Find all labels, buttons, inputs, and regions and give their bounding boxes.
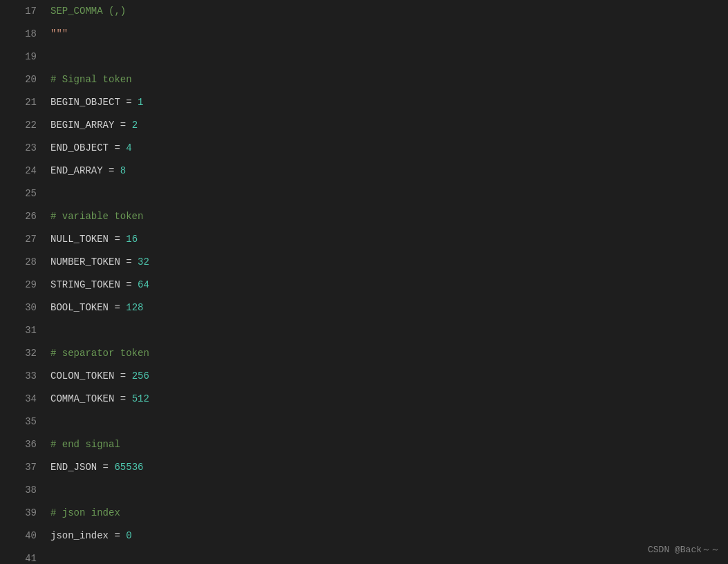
line-number: 30	[8, 297, 37, 319]
code-line: """	[50, 23, 728, 46]
code-token: SEP_COMMA (,)	[50, 6, 126, 17]
code-line: END_JSON = 65536	[50, 456, 728, 479]
code-line: json_index = 0	[50, 525, 728, 547]
code-line: # Signal token	[50, 68, 728, 91]
code-token: 8	[120, 165, 126, 176]
line-number: 20	[8, 68, 37, 91]
bottom-bar: CSDN @Back～～	[640, 536, 728, 564]
code-token: NUMBER_TOKEN	[50, 256, 120, 267]
line-number: 32	[8, 342, 37, 365]
code-token: STRING_TOKEN	[50, 279, 120, 290]
line-number: 28	[8, 251, 37, 274]
line-number: 38	[8, 479, 37, 502]
code-line	[50, 411, 728, 433]
line-number: 34	[8, 388, 37, 411]
code-token: END_ARRAY	[50, 165, 103, 176]
code-token: # variable token	[50, 211, 143, 222]
code-line	[50, 547, 728, 564]
code-editor: 1718192021222324252627282930313233343536…	[0, 0, 728, 564]
code-token: =	[103, 165, 120, 176]
line-number: 31	[8, 319, 37, 342]
code-token: COLON_TOKEN	[50, 370, 114, 382]
code-token: 2	[132, 120, 138, 131]
code-token: =	[120, 97, 138, 108]
code-line: END_OBJECT = 4	[50, 137, 728, 160]
code-token: =	[114, 120, 131, 131]
code-token: 4	[126, 142, 131, 153]
code-line: # end signal	[50, 433, 728, 456]
code-line: COMMA_TOKEN = 512	[50, 388, 728, 411]
line-number: 40	[8, 525, 37, 547]
line-number: 21	[8, 91, 37, 114]
code-line: # variable token	[50, 205, 728, 228]
code-line: COLON_TOKEN = 256	[50, 365, 728, 388]
code-token: =	[109, 234, 126, 245]
code-token: 256	[132, 370, 149, 382]
line-number: 39	[8, 502, 37, 525]
line-number: 29	[8, 274, 37, 297]
code-token: END_OBJECT	[50, 142, 109, 153]
code-token: 65536	[114, 462, 143, 473]
code-token: =	[120, 256, 138, 267]
line-number: 22	[8, 114, 37, 137]
code-token: # separator token	[50, 348, 149, 359]
line-number: 36	[8, 433, 37, 456]
code-token: json_index	[50, 530, 109, 541]
line-number: 37	[8, 456, 37, 479]
code-token: 512	[132, 393, 149, 404]
code-token: 32	[138, 256, 149, 267]
code-token: 16	[126, 234, 138, 245]
code-line: END_ARRAY = 8	[50, 160, 728, 182]
code-token: BOOL_TOKEN	[50, 302, 109, 313]
code-token: """	[50, 28, 68, 39]
code-token: # json index	[50, 507, 120, 518]
code-line: NULL_TOKEN = 16	[50, 228, 728, 251]
code-line	[50, 182, 728, 205]
code-line: BEGIN_ARRAY = 2	[50, 114, 728, 137]
code-token: BEGIN_ARRAY	[50, 120, 114, 131]
code-line: STRING_TOKEN = 64	[50, 274, 728, 297]
line-number: 17	[8, 0, 37, 23]
code-token: =	[109, 142, 126, 153]
line-numbers: 1718192021222324252627282930313233343536…	[0, 0, 45, 564]
code-line: # separator token	[50, 342, 728, 365]
code-token: =	[120, 279, 138, 290]
code-token: 1	[138, 97, 143, 108]
line-number: 18	[8, 23, 37, 46]
code-token: # end signal	[50, 439, 120, 450]
line-number: 27	[8, 228, 37, 251]
code-token: BEGIN_OBJECT	[50, 97, 120, 108]
code-token: # Signal token	[50, 74, 132, 85]
code-line	[50, 479, 728, 502]
code-token: =	[114, 370, 131, 382]
line-number: 19	[8, 46, 37, 68]
code-line	[50, 319, 728, 342]
line-number: 35	[8, 411, 37, 433]
code-line	[50, 46, 728, 68]
code-token: =	[109, 530, 126, 541]
code-token: =	[97, 462, 114, 473]
code-token: END_JSON	[50, 462, 97, 473]
code-token: 64	[138, 279, 149, 290]
code-line: # json index	[50, 502, 728, 525]
code-line: NUMBER_TOKEN = 32	[50, 251, 728, 274]
line-number: 24	[8, 160, 37, 182]
code-line: BOOL_TOKEN = 128	[50, 297, 728, 319]
code-line: SEP_COMMA (,)	[50, 0, 728, 23]
line-number: 26	[8, 205, 37, 228]
code-lines: SEP_COMMA (,)""" # Signal tokenBEGIN_OBJ…	[45, 0, 728, 564]
code-token: =	[109, 302, 126, 313]
code-token: 0	[126, 530, 131, 541]
line-number: 33	[8, 365, 37, 388]
line-number: 41	[8, 547, 37, 564]
code-token: =	[114, 393, 131, 404]
line-number: 25	[8, 182, 37, 205]
code-token: NULL_TOKEN	[50, 234, 109, 245]
code-token: 128	[126, 302, 143, 313]
code-token: COMMA_TOKEN	[50, 393, 114, 404]
line-number: 23	[8, 137, 37, 160]
code-line: BEGIN_OBJECT = 1	[50, 91, 728, 114]
